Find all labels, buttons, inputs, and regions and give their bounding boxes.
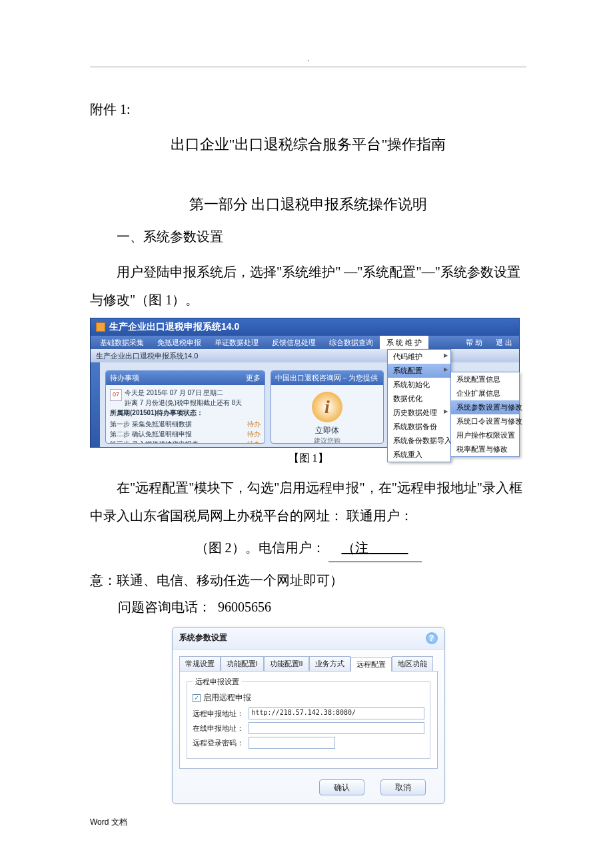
app-icon [96, 322, 105, 332]
ok-button[interactable]: 确认 [319, 779, 364, 795]
header-rule [90, 67, 526, 67]
dd2-item-param-set[interactable]: 系统参数设置与修改 [451, 400, 519, 414]
left-strip [91, 362, 100, 447]
menu-system-maint[interactable]: 系 统 维 护 [380, 336, 428, 349]
header-dot: . [90, 53, 526, 64]
online-addr-label: 在线申报地址： [193, 723, 246, 733]
dd-item-system-config[interactable]: 系统配置 [388, 364, 450, 378]
tab-region[interactable]: 地区功能 [392, 656, 433, 671]
menu-query[interactable]: 综合数据查询 [322, 336, 380, 349]
dd-item-history[interactable]: 历史数据处理 [388, 406, 450, 420]
dd-item-data-opt[interactable]: 数据优化 [388, 392, 450, 406]
todo-panel-more[interactable]: 更多 [246, 373, 261, 383]
phone-label: 问题咨询电话： [118, 600, 211, 614]
tab-remote[interactable]: 远程配置 [350, 657, 392, 671]
section-1-heading: 一、系统参数设置 [117, 228, 526, 246]
screenshot-dialog: 系统参数设置 ? 常规设置 功能配置I 功能配置II 业务方式 远程配置 地区功… [172, 627, 445, 804]
dd2-item-user-perm[interactable]: 用户操作权限设置 [451, 428, 519, 442]
todo-step: 第三步 录入增值税纳税申报表待办 [110, 439, 261, 444]
phone-number: 96005656 [218, 600, 271, 614]
attachment-label: 附件 1: [90, 101, 526, 119]
dd2-item-config-info[interactable]: 系统配置信息 [451, 372, 519, 386]
app-title: 生产企业出口退税申报系统14.0 [109, 321, 239, 333]
online-addr-input[interactable] [249, 722, 424, 734]
cancel-button[interactable]: 取消 [380, 779, 426, 795]
todo-step: 第二步 确认免抵退明细申报待办 [110, 429, 261, 439]
todo-step: 第一步 采集免抵退明细数据待办 [110, 419, 261, 429]
dd2-item-password[interactable]: 系统口令设置与修改 [451, 414, 519, 428]
menu-basic-data[interactable]: 基础数据采集 [93, 336, 151, 349]
screenshot-app-window: 生产企业出口退税申报系统14.0 基础数据采集 免抵退税申报 单证数据处理 反馈… [90, 318, 520, 448]
todo-line2: 距离 7 月份退(免)税申报期截止还有 8天 [110, 398, 261, 408]
tab-func2[interactable]: 功能配置II [264, 656, 309, 671]
dialog-title: 系统参数设置 [179, 632, 227, 644]
tab-bizmode[interactable]: 业务方式 [309, 656, 350, 671]
todo-panel: 待办事项 更多 07 今天是 2015年 07 月 07日 星期二 距离 7 月… [105, 370, 265, 444]
remote-addr-input[interactable]: http://218.57.142.38:8080/ [249, 707, 424, 719]
enable-remote-checkbox[interactable]: ✓ [193, 694, 201, 702]
todo-subhead: 所属期(201501)待办事项状态： [110, 408, 261, 418]
blank-underline: （注 [328, 534, 422, 562]
part-title: 第一部分 出口退税申报系统操作说明 [90, 195, 526, 215]
app-body: 待办事项 更多 07 今天是 2015年 07 月 07日 星期二 距离 7 月… [91, 362, 519, 447]
menu-help[interactable]: 帮 助 [459, 336, 489, 349]
enable-remote-label: 启用远程申报 [203, 692, 251, 703]
menu-feedback[interactable]: 反馈信息处理 [265, 336, 322, 349]
promo-big-label: 立即体 [275, 425, 379, 436]
menu-doc-process[interactable]: 单证数据处理 [208, 336, 265, 349]
info-icon: i [312, 392, 342, 422]
doc-title: 出口企业"出口退税综合服务平台"操作指南 [90, 135, 526, 155]
help-icon[interactable]: ? [426, 632, 438, 644]
dd-item-backup[interactable]: 系统数据备份 [388, 420, 450, 434]
todo-line1: 今天是 2015年 07 月 07日 星期二 [110, 388, 261, 398]
calendar-icon: 07 [110, 389, 122, 401]
dialog-tabs[interactable]: 常规设置 功能配置I 功能配置II 业务方式 远程配置 地区功能 [173, 650, 444, 671]
dd2-item-tax-rate[interactable]: 税率配置与修改 [451, 442, 519, 456]
menu-mdt-declare[interactable]: 免抵退税申报 [151, 336, 208, 349]
remote-pwd-input[interactable] [249, 737, 335, 749]
dd-item-sys-init[interactable]: 系统初始化 [388, 378, 450, 392]
dd-item-restore[interactable]: 系统备份数据导入 [388, 434, 450, 448]
paragraph-3: 意：联通、电信、移动任选一个网址即可） [90, 566, 526, 594]
promo-panel-title: 中国出口退税咨询网－为您提供 [275, 373, 378, 383]
tab-pane-remote: 远程申报设置 ✓ 启用远程申报 远程申报地址： http://218.57.14… [179, 671, 438, 769]
dd2-item-ext-info[interactable]: 企业扩展信息 [451, 386, 519, 400]
app-menubar[interactable]: 基础数据采集 免抵退税申报 单证数据处理 反馈信息处理 综合数据查询 系 统 维… [91, 336, 519, 349]
menu-exit[interactable]: 退 出 [489, 336, 519, 349]
remote-addr-label: 远程申报地址： [193, 709, 246, 719]
promo-panel: 中国出口退税咨询网－为您提供 i 立即体 建议您购 [271, 370, 384, 444]
app-titlebar: 生产企业出口退税申报系统14.0 [91, 318, 519, 336]
dd-item-code-maint[interactable]: 代码维护 [388, 350, 450, 364]
todo-panel-title: 待办事项 [110, 373, 139, 383]
promo-small-label: 建议您购 [275, 436, 379, 444]
app-subtitle-bar: 生产企业出口退税申报系统14.0 [91, 349, 519, 362]
remote-legend: 远程申报设置 [193, 677, 242, 687]
remote-fieldset: 远程申报设置 ✓ 启用远程申报 远程申报地址： http://218.57.14… [187, 677, 430, 759]
tab-general[interactable]: 常规设置 [179, 656, 221, 671]
paragraph-2b: （图 2）。电信用户： [195, 540, 328, 555]
dropdown-system-maint[interactable]: 代码维护 系统配置 系统初始化 数据优化 历史数据处理 系统数据备份 系统备份数… [387, 349, 451, 462]
dd-item-reenter[interactable]: 系统重入 [388, 448, 450, 462]
remote-pwd-label: 远程登录密码： [193, 738, 246, 748]
tab-func1[interactable]: 功能配置I [221, 656, 264, 671]
paragraph-1: 用户登陆申报系统后，选择"系统维护" —"系统配置"—"系统参数设置与修改"（图… [90, 258, 526, 314]
dropdown-system-config[interactable]: 系统配置信息 企业扩展信息 系统参数设置与修改 系统口令设置与修改 用户操作权限… [450, 372, 520, 457]
page-footer: Word 文档 [90, 817, 127, 828]
paragraph-2a: 在"远程配置"模块下，勾选"启用远程申报"，在"远程申报地址"录入框中录入山东省… [90, 474, 526, 530]
